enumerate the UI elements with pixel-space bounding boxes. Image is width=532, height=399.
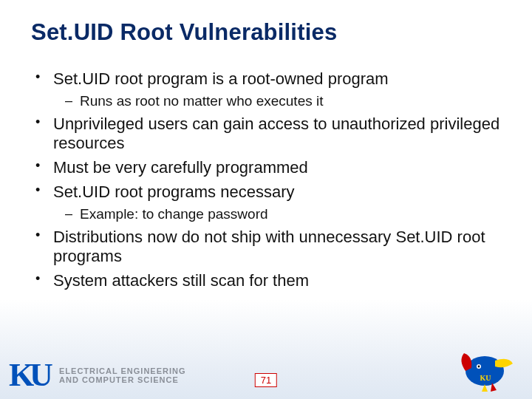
sub-bullet-item: Example: to change password — [61, 205, 502, 223]
bullet-item: Distributions now do not ship with unnec… — [31, 228, 502, 267]
bullet-item: Set.UID root programs necessary Example:… — [31, 183, 502, 223]
svg-text:KU: KU — [480, 374, 491, 382]
slide-title: Set.UID Root Vulnerabilities — [31, 19, 337, 46]
ku-logo: KU ELECTRICAL ENGINEERING AND COMPUTER S… — [9, 359, 186, 392]
ku-mark-icon: KU — [9, 359, 55, 392]
sub-bullet-item: Runs as root no matter who executes it — [61, 92, 502, 110]
sub-bullet-list: Example: to change password — [53, 205, 502, 223]
slide-body: Set.UID root program is a root-owned pro… — [31, 69, 502, 296]
department-name: ELECTRICAL ENGINEERING AND COMPUTER SCIE… — [59, 366, 186, 384]
bullet-text: Set.UID root programs necessary — [53, 183, 294, 201]
dept-line-2: AND COMPUTER SCIENCE — [59, 375, 186, 384]
page-number: 71 — [255, 373, 277, 387]
bullet-list: Set.UID root program is a root-owned pro… — [31, 69, 502, 291]
bullet-item: Must be very carefully programmed — [31, 158, 502, 178]
slide-footer: KU ELECTRICAL ENGINEERING AND COMPUTER S… — [0, 343, 532, 399]
jayhawk-icon: KU — [451, 346, 516, 393]
bullet-text: Set.UID root program is a root-owned pro… — [53, 69, 389, 88]
sub-bullet-list: Runs as root no matter who executes it — [53, 92, 502, 110]
dept-line-1: ELECTRICAL ENGINEERING — [59, 366, 186, 375]
bullet-item: Set.UID root program is a root-owned pro… — [31, 69, 502, 110]
slide: Set.UID Root Vulnerabilities Set.UID roo… — [0, 0, 532, 399]
svg-point-2 — [478, 366, 480, 368]
bullet-item: System attackers still scan for them — [31, 271, 502, 291]
bullet-item: Unprivileged users can gain access to un… — [31, 115, 502, 154]
